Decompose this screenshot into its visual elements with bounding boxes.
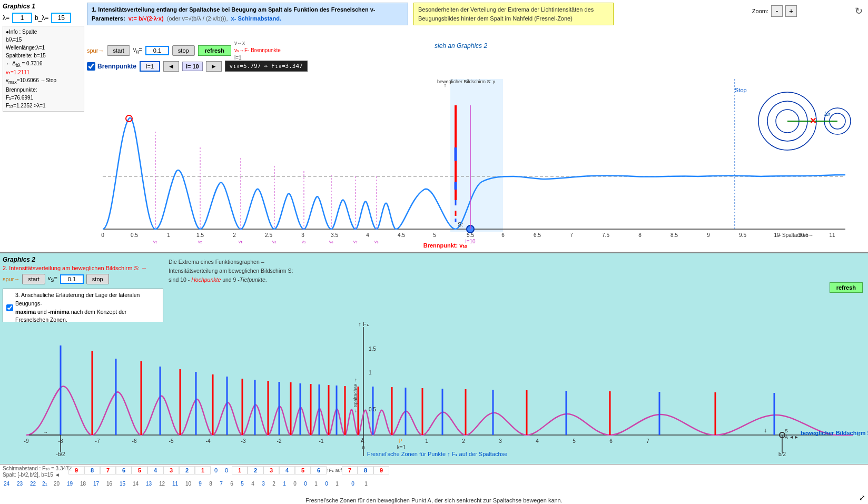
- g1-ctrl2: Brennpunkte i=1 ◄ i= 10 ► v₁₀=5.797 ↔ F₁…: [87, 61, 308, 72]
- beweglicher-s-label: beweglicher Bildschirm S: y→: [801, 430, 868, 436]
- svg-text:v₇: v₇: [353, 239, 358, 244]
- refresh-btn-g2[interactable]: refresh: [830, 282, 863, 293]
- svg-text:v₅: v₅: [302, 239, 307, 244]
- svg-text:0: 0: [362, 445, 364, 450]
- g1-svg: ↑ beweglicher Bildschirm S: y: [87, 79, 865, 248]
- resize-button[interactable]: ⤢: [859, 493, 865, 502]
- g1-info-yellow: Besonderheiten der Verteilung der Extrem…: [413, 3, 614, 25]
- next-button[interactable]: ►: [206, 61, 222, 72]
- lambda-label: λ=: [3, 14, 9, 22]
- svg-text:0: 0: [101, 232, 104, 238]
- svg-text:↑ F₁: ↑ F₁: [358, 321, 368, 327]
- brennpunkte-checkbox-label[interactable]: Brennpunkte: [87, 62, 136, 71]
- vg-input[interactable]: [145, 46, 169, 55]
- svg-text:v₈: v₈: [374, 239, 379, 244]
- prev-button[interactable]: ◄: [163, 61, 179, 72]
- svg-text:Ā ◄►: Ā ◄►: [785, 434, 798, 440]
- svg-text:0.5: 0.5: [369, 407, 376, 412]
- refresh-icon[interactable]: ↻: [855, 5, 863, 17]
- graphics2-panel: Graphics 2 2. Intensitätsverteilung am b…: [0, 253, 868, 504]
- zoom-plus-button[interactable]: +: [785, 5, 797, 17]
- g1-title-label: Graphics 1: [3, 3, 84, 10]
- g2-svg: ↑ F₁ ← Spaltachse → →: [0, 322, 868, 464]
- fresnel-title-label: Fresnel'sche Zonen für Punkte ↑ F₁ auf d…: [367, 451, 508, 457]
- b-lambda-label: b_λ=: [35, 14, 48, 22]
- svg-text:-7: -7: [95, 438, 100, 444]
- schirm-label: Schirmabstand : F₁₀ = 3.3472: [3, 466, 72, 471]
- svg-text:1.5: 1.5: [196, 232, 204, 238]
- g1-title-box: 1. Intensitätsverteilung entlang der Spa…: [87, 3, 408, 25]
- info-line-6: vmax=10.6066 →Stop: [6, 76, 81, 85]
- info-line-4: ← Δbλ = 0.7316: [6, 60, 81, 68]
- zoom-minus-button[interactable]: -: [771, 5, 783, 17]
- info-line-7: Brennpunkte:: [6, 86, 81, 94]
- svg-rect-63: [0, 322, 868, 464]
- g2-stop-button[interactable]: stop: [86, 274, 109, 284]
- svg-text:v₆: v₆: [329, 239, 334, 244]
- svg-text:9: 9: [707, 232, 710, 238]
- refresh-button[interactable]: refresh: [198, 45, 231, 56]
- g2-refresh-button[interactable]: refresh: [830, 282, 863, 293]
- section3-line1: 3. Anschauliche Erläuterung der Lage der…: [6, 291, 160, 324]
- i1-button[interactable]: i=1: [140, 61, 160, 72]
- i10-xaxis-label: i=10: [465, 239, 476, 244]
- info-line-0: ●Info : Spalte: [6, 28, 81, 36]
- svg-text:6.5: 6.5: [534, 232, 541, 238]
- g2-vs-input[interactable]: [60, 274, 84, 284]
- info-line-1: b/λ=15: [6, 36, 81, 44]
- bildschirm-label: beweglicher Bildschirm S: y: [437, 79, 496, 84]
- b-lambda-input[interactable]: [51, 13, 71, 23]
- g1-info-box: ●Info : Spalte b/λ=15 Wellenlänge:λ=1 Sp…: [3, 26, 84, 112]
- info-line-5: v₁=1.2111: [6, 68, 81, 76]
- svg-text:S: S: [785, 428, 788, 433]
- svg-text:2: 2: [462, 438, 465, 444]
- section3-checkbox[interactable]: [6, 304, 13, 311]
- svg-text:-9: -9: [24, 438, 29, 444]
- svg-text:6: 6: [501, 232, 505, 238]
- svg-text:-3: -3: [241, 438, 246, 444]
- zoom-label: Zoom:: [752, 8, 768, 14]
- svg-text:6: 6: [609, 438, 613, 444]
- g2-graph-area: ↑ F₁ ← Spaltachse → →: [0, 322, 868, 464]
- side-text-2: v₁→F- Brennpunkte: [234, 47, 281, 54]
- spaltachse-label: ←Spaltachse→: [777, 232, 813, 238]
- brennpunkte-checkbox[interactable]: [87, 62, 95, 71]
- g1-main: 1. Intensitätsverteilung entlang der Spa…: [87, 3, 865, 250]
- svg-text:-5: -5: [169, 438, 174, 444]
- info-line-3: Spaltbreite: b=15: [6, 52, 81, 60]
- svg-text:v₂: v₂: [198, 239, 203, 244]
- svg-rect-1: [450, 79, 503, 232]
- g2-title-label: Graphics 2: [3, 256, 163, 263]
- g1-ctrl1: spur→ start vg= stop refresh v↔x v₁→F- B…: [87, 39, 281, 62]
- svg-text:5: 5: [433, 232, 436, 238]
- zone-row1: 9 8 7 6 5 4 3 2 1 0 0 1 2 3 4 5 6 ↑F₁ au…: [68, 465, 868, 476]
- sieh-text: sieh an Graphics 2: [435, 42, 487, 50]
- start-button[interactable]: start: [107, 45, 130, 56]
- fresnel-bottom-label: Fresnel'sche Zonen für den beweglichen P…: [0, 497, 868, 503]
- g1-title-text: 1. Intensitätsverteilung entlang der Spa…: [92, 6, 376, 22]
- svg-text:für: für: [824, 111, 831, 117]
- svg-text:7.5: 7.5: [602, 232, 609, 238]
- svg-text:-4: -4: [206, 438, 211, 444]
- svg-text:4: 4: [536, 438, 539, 444]
- stop-label: Stop: [735, 87, 747, 93]
- svg-text:Ā: Ā: [361, 438, 364, 444]
- svg-text:→: →: [43, 430, 48, 435]
- side-text-1: v↔x: [234, 39, 281, 47]
- spalt-label: Spalt: [-b/2,b/2], b=15 ◄: [3, 472, 60, 478]
- s-label: S:: [458, 221, 463, 228]
- svg-text:1: 1: [369, 370, 372, 375]
- i-value-label: i= 10: [182, 62, 203, 71]
- svg-text:2: 2: [233, 232, 236, 238]
- g2-start-button[interactable]: start: [22, 274, 45, 284]
- svg-text:k=1: k=1: [397, 444, 406, 450]
- lambda-input[interactable]: [12, 13, 32, 23]
- brennpunkt-v10-label: Brennpunkt: v₁₀: [423, 242, 468, 249]
- svg-text:4.5: 4.5: [398, 232, 405, 238]
- svg-text:5.5: 5.5: [467, 232, 474, 238]
- stop-button[interactable]: stop: [172, 45, 195, 56]
- info-line-2: Wellenlänge:λ=1: [6, 44, 81, 52]
- svg-text:2.5: 2.5: [265, 232, 272, 238]
- svg-text:7: 7: [570, 232, 573, 238]
- spur-label: spur→: [87, 47, 104, 54]
